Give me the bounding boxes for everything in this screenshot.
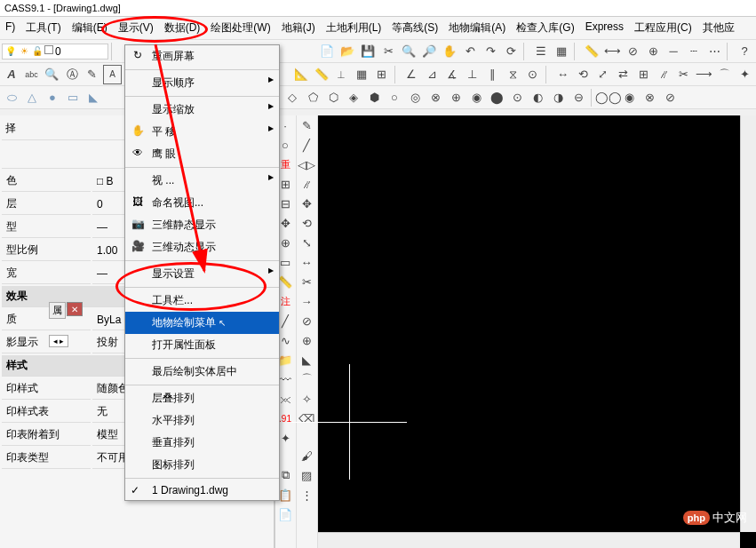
help-icon[interactable]: ? — [735, 42, 754, 61]
solid13-icon[interactable]: ◐ — [528, 88, 547, 107]
grid-icon[interactable]: ▦ — [352, 65, 371, 84]
menu-data[interactable]: 数据(D) — [159, 19, 206, 37]
menu-landuse[interactable]: 土地利用(L) — [321, 19, 387, 37]
prop-layer-value[interactable]: 0 — [97, 198, 103, 210]
prop-color-value[interactable]: □ B — [97, 175, 114, 187]
new-icon[interactable]: 📄 — [317, 42, 337, 61]
layers-icon[interactable]: ☰ — [531, 42, 551, 61]
solid14-icon[interactable]: ◑ — [548, 88, 568, 107]
vt2-scale-icon[interactable]: ⤡ — [297, 233, 316, 252]
vt2-offset-icon[interactable]: ⫽ — [297, 174, 316, 194]
intersect2-icon[interactable]: ⊗ — [640, 88, 659, 107]
find-text-icon[interactable]: 🔍 — [42, 65, 61, 84]
close-icon[interactable]: ✕ — [67, 302, 83, 316]
menu-tools[interactable]: 工具(T) — [20, 19, 66, 37]
dd-zoom[interactable]: 显示缩放 — [125, 99, 279, 121]
dd-named-view[interactable]: 🖼命名视图... — [125, 192, 279, 214]
prop-material-value[interactable]: ByLa — [97, 314, 121, 326]
zoom-in-icon[interactable]: 🔍 — [399, 42, 418, 61]
join-icon[interactable]: ⊕ — [643, 42, 663, 61]
vt2-line-icon[interactable]: ╱ — [297, 135, 316, 155]
trim-icon[interactable]: ✂ — [674, 65, 694, 84]
slice-icon[interactable]: ⊘ — [660, 88, 680, 107]
dd-center-last[interactable]: 最后绘制实体居中 — [125, 361, 279, 383]
save-icon[interactable]: 💾 — [358, 42, 378, 61]
fillet-icon[interactable]: ⌒ — [715, 65, 735, 84]
dd-feature-draw-menu[interactable]: 地物绘制菜单 ↖ — [125, 312, 279, 334]
prop-pattach-value[interactable]: 模型 — [97, 428, 118, 441]
solid2-icon[interactable]: ⬠ — [303, 88, 322, 107]
vt2-pencil-icon[interactable]: ✎ — [297, 115, 316, 135]
menu-contour[interactable]: 等高线(S) — [386, 19, 443, 37]
solid7-icon[interactable]: ◎ — [405, 88, 425, 107]
dd-redraw[interactable]: ↻重画屏幕 — [125, 45, 279, 68]
vt2-highlight-icon[interactable]: ▨ — [297, 465, 316, 485]
prop-ptable-value[interactable]: 无 — [97, 405, 107, 417]
intersect-icon[interactable]: ⧖ — [503, 65, 522, 84]
solid4-icon[interactable]: ◈ — [344, 88, 363, 107]
vt1-doc-icon[interactable]: 📄 — [275, 504, 295, 524]
dd-open-properties[interactable]: 打开属性面板 — [125, 334, 279, 356]
ruler3-icon[interactable]: ⟂ — [331, 65, 351, 84]
redo-icon[interactable]: ↷ — [481, 42, 500, 61]
menu-express[interactable]: Express — [580, 19, 629, 37]
dd-cascade[interactable]: 层叠排列 — [125, 387, 279, 409]
ruler1-icon[interactable]: 📐 — [291, 65, 311, 84]
vt2-move-icon[interactable]: ✥ — [297, 194, 316, 213]
dd-pan[interactable]: ✋平 移 — [125, 121, 279, 143]
angle3-icon[interactable]: ∡ — [442, 65, 462, 84]
dd-window-1[interactable]: ✓1 Drawing1.dwg — [125, 480, 279, 500]
dd-display-settings[interactable]: 显示设置 — [125, 263, 279, 285]
solid8-icon[interactable]: ⊗ — [426, 88, 445, 107]
offset-icon[interactable]: ⫽ — [654, 65, 673, 84]
vt2-dots-icon[interactable]: ⋮ — [297, 485, 316, 504]
zoom-out-icon[interactable]: 🔎 — [419, 42, 439, 61]
menu-feature-edit[interactable]: 地物编辑(A) — [443, 19, 511, 37]
cylinder-icon[interactable]: ⬭ — [2, 88, 21, 107]
rotate-icon[interactable]: ⟲ — [573, 65, 593, 84]
layer-state-box[interactable]: 💡 ☀ 🔓 0 — [2, 44, 108, 60]
ruler2-icon[interactable]: 📏 — [312, 65, 331, 84]
parallel-icon[interactable]: ∥ — [483, 65, 503, 84]
union-icon[interactable]: ◯◯ — [599, 88, 618, 107]
mirror-icon[interactable]: ⇄ — [614, 65, 633, 84]
menu-draw[interactable]: 绘图处理(W) — [205, 19, 275, 37]
break-icon[interactable]: ⊘ — [623, 42, 642, 61]
dd-tile-horiz[interactable]: 水平排列 — [125, 409, 279, 432]
text-box-icon[interactable]: A — [103, 65, 123, 84]
perp-icon[interactable]: ⊥ — [463, 65, 482, 84]
box-icon[interactable]: ▭ — [63, 88, 83, 107]
floating-nav[interactable]: ◂ ▸ — [49, 335, 68, 347]
solid12-icon[interactable]: ⊙ — [507, 88, 527, 107]
vt2-extend-icon[interactable]: → — [297, 291, 316, 311]
refresh-icon[interactable]: ⟳ — [501, 42, 521, 61]
text-a-icon[interactable]: A — [2, 65, 21, 84]
solid11-icon[interactable]: ⬤ — [487, 88, 506, 107]
vt2-join-icon[interactable]: ⊕ — [297, 330, 316, 350]
tangent-icon[interactable]: ⊙ — [523, 65, 543, 84]
extend-icon[interactable]: ⟶ — [695, 65, 714, 84]
dd-toolbar[interactable]: 工具栏... — [125, 290, 279, 312]
pan-icon[interactable]: ✋ — [440, 42, 459, 61]
vt2-mirror-icon[interactable]: ◁▷ — [297, 155, 316, 174]
table-icon[interactable]: ⊞ — [372, 65, 392, 84]
subtract-icon[interactable]: ◉ — [619, 88, 639, 107]
solid9-icon[interactable]: ⊕ — [446, 88, 466, 107]
angle2-icon[interactable]: ⊿ — [422, 65, 442, 84]
vt2-rotate-icon[interactable]: ⟲ — [297, 213, 316, 233]
prop-lweight-value[interactable]: — — [97, 267, 107, 280]
solid6-icon[interactable]: ○ — [385, 88, 404, 107]
explode-icon[interactable]: ✦ — [735, 65, 754, 84]
line2-icon[interactable]: ┄ — [684, 42, 704, 61]
cone-icon[interactable]: △ — [22, 88, 42, 107]
vt2-brush-icon[interactable]: 🖌 — [297, 446, 316, 465]
solid10-icon[interactable]: ◉ — [466, 88, 486, 107]
solid3-icon[interactable]: ⬡ — [323, 88, 343, 107]
sphere-icon[interactable]: ● — [43, 88, 62, 107]
vt2-stretch-icon[interactable]: ↔ — [297, 252, 316, 272]
vertical-scrollbar[interactable] — [740, 115, 756, 532]
move-icon[interactable]: ↔ — [553, 65, 573, 84]
scale-icon[interactable]: ⤢ — [593, 65, 613, 84]
dd-arrange-icons[interactable]: 图标排列 — [125, 454, 279, 476]
line3-icon[interactable]: ⋯ — [704, 42, 724, 61]
